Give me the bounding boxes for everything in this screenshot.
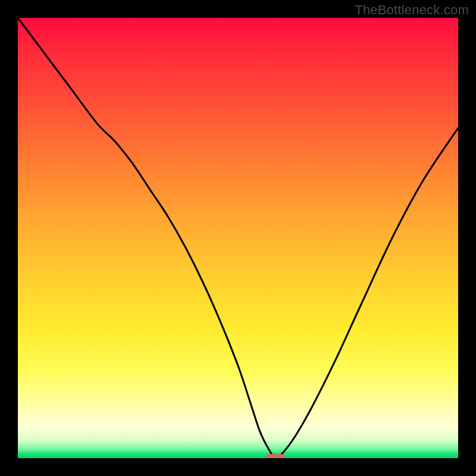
optimal-point-marker bbox=[265, 454, 286, 458]
chart-frame: TheBottleneck.com bbox=[0, 0, 476, 476]
plot-area bbox=[18, 18, 458, 458]
watermark-text: TheBottleneck.com bbox=[355, 2, 469, 18]
bottleneck-curve bbox=[18, 18, 458, 458]
